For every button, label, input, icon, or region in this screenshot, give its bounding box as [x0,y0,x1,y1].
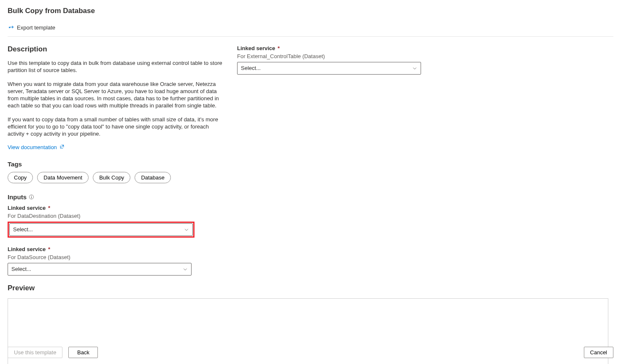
description-paragraph: Use this template to copy data in bulk f… [8,59,227,74]
external-link-icon [59,144,65,150]
chevron-down-icon [184,227,189,232]
chevron-down-icon [412,66,417,71]
svg-rect-2 [31,196,32,198]
cancel-button[interactable]: Cancel [584,347,613,358]
linked-service-label: Linked service [237,45,275,51]
info-icon [29,194,34,200]
linked-service-select-controltable[interactable]: Select... [237,62,421,75]
required-asterisk: * [48,205,50,211]
required-asterisk: * [278,45,280,51]
select-placeholder: Select... [241,65,261,71]
export-template-button[interactable]: Export template [8,24,56,32]
description-paragraph: If you want to copy data from a small nu… [8,116,227,137]
highlighted-select: Select... [8,222,194,238]
select-placeholder: Select... [13,226,33,233]
svg-point-1 [31,195,32,196]
description-paragraph: When you want to migrate data from your … [8,80,227,109]
tag-copy[interactable]: Copy [8,172,33,183]
linked-service-label: Linked service [8,246,46,252]
required-asterisk: * [48,246,50,252]
view-documentation-label: View documentation [8,144,57,150]
tag-bulk-copy[interactable]: Bulk Copy [93,172,130,183]
divider [8,36,613,37]
export-icon [8,25,14,31]
tags-heading: Tags [8,161,227,168]
tag-data-movement[interactable]: Data Movement [37,172,89,183]
linked-service-select-datadestination[interactable]: Select... [9,223,193,236]
linked-service-sublabel: For External_ControlTable (Dataset) [237,53,421,59]
use-this-template-button[interactable]: Use this template [8,347,62,358]
linked-service-select-datasource[interactable]: Select... [8,263,192,276]
select-placeholder: Select... [11,266,31,272]
view-documentation-link[interactable]: View documentation [8,144,65,150]
description-heading: Description [8,45,227,54]
page-title: Bulk Copy from Database [8,7,613,15]
preview-heading: Preview [8,284,608,292]
linked-service-label: Linked service [8,205,46,211]
linked-service-sublabel: For DataSource (Dataset) [8,254,227,260]
back-button[interactable]: Back [68,347,98,358]
linked-service-sublabel: For DataDestination (Dataset) [8,213,227,219]
chevron-down-icon [183,267,188,272]
tag-database[interactable]: Database [135,172,171,183]
inputs-heading: Inputs [8,193,27,201]
export-template-label: Export template [17,24,55,31]
